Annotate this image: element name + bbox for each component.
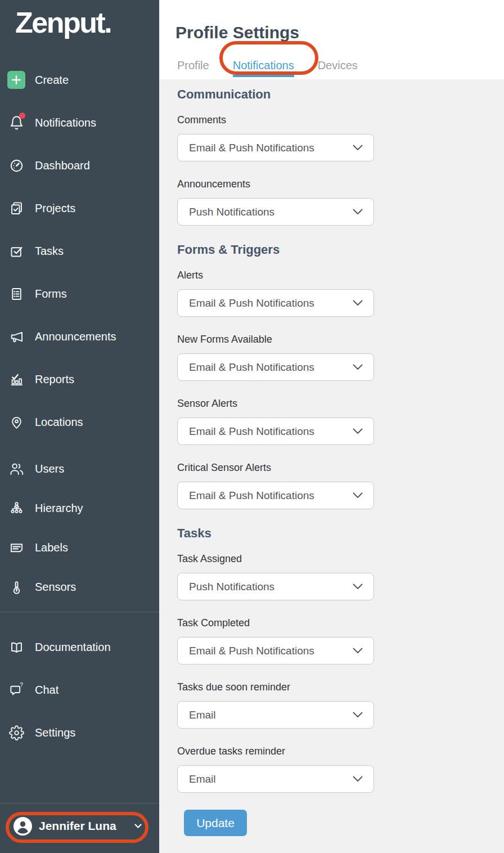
field-label: Tasks due soon reminder (177, 681, 504, 693)
field-sensor-alerts: Sensor Alerts Email & Push Notifications (177, 398, 504, 445)
bell-icon (7, 114, 25, 132)
field-label: Alerts (177, 270, 504, 281)
thermometer-icon (7, 578, 25, 596)
sidebar-item-announcements[interactable]: Announcements (0, 315, 159, 358)
select-announcements[interactable]: Push Notifications (177, 198, 374, 226)
sidebar-item-tasks[interactable]: Tasks (0, 230, 159, 272)
sidebar-nav-support: Documentation ? Chat Se (0, 626, 159, 754)
section-tasks: Tasks Task Assigned Push Notifications T… (177, 526, 504, 793)
sidebar-item-label: Users (35, 463, 64, 475)
chevron-down-icon (353, 492, 363, 499)
field-comments: Comments Email & Push Notifications (177, 114, 504, 161)
sidebar-item-notifications[interactable]: Notifications (0, 101, 159, 144)
field-label: Task Assigned (177, 553, 504, 565)
sidebar-item-label: Sensors (35, 581, 76, 594)
field-overdue-tasks-reminder: Overdue tasks reminder Email (177, 746, 504, 793)
select-value: Email & Push Notifications (189, 361, 314, 374)
tab-profile[interactable]: Profile (177, 59, 209, 77)
page: Zenput. Create Notifications (0, 0, 504, 853)
sidebar-item-create[interactable]: Create (0, 59, 159, 101)
chevron-down-icon (353, 209, 363, 215)
section-forms-triggers: Forms & Triggers Alerts Email & Push Not… (177, 243, 504, 509)
update-button[interactable]: Update (184, 810, 247, 836)
sidebar-item-label: Projects (35, 202, 75, 215)
user-name: Jennifer Luna (39, 819, 116, 833)
chevron-down-icon (353, 364, 363, 370)
field-label: Task Completed (177, 617, 504, 629)
field-new-forms-available: New Forms Available Email & Push Notific… (177, 334, 504, 381)
field-task-assigned: Task Assigned Push Notifications (177, 553, 504, 600)
task-check-icon (7, 242, 25, 260)
projects-icon (7, 199, 25, 217)
field-label: Sensor Alerts (177, 398, 504, 410)
form-document-icon (7, 285, 25, 303)
sidebar-item-label: Dashboard (35, 159, 90, 172)
users-icon (7, 460, 25, 478)
sidebar-item-labels[interactable]: Labels (0, 528, 159, 567)
select-new-forms-available[interactable]: Email & Push Notifications (177, 353, 374, 381)
select-comments[interactable]: Email & Push Notifications (177, 134, 374, 161)
sidebar-item-dashboard[interactable]: Dashboard (0, 144, 159, 187)
chevron-down-icon (353, 712, 363, 718)
sidebar-item-label: Forms (35, 288, 67, 300)
sidebar-item-label: Create (35, 74, 69, 87)
sidebar-item-projects[interactable]: Projects (0, 187, 159, 230)
sidebar-item-label: Reports (35, 373, 74, 386)
sidebar-item-label: Chat (35, 684, 58, 697)
section-heading: Tasks (177, 526, 504, 541)
select-task-assigned[interactable]: Push Notifications (177, 573, 374, 600)
field-announcements: Announcements Push Notifications (177, 178, 504, 226)
select-value: Email & Push Notifications (189, 297, 314, 309)
sidebar-divider (0, 612, 159, 612)
tab-notifications[interactable]: Notifications (233, 59, 294, 77)
select-value: Email (189, 773, 216, 785)
sidebar-item-hierarchy[interactable]: Hierarchy (0, 488, 159, 528)
select-overdue-tasks-reminder[interactable]: Email (177, 765, 374, 793)
select-value: Email & Push Notifications (189, 645, 314, 657)
tab-devices[interactable]: Devices (318, 59, 358, 77)
field-label: New Forms Available (177, 334, 504, 345)
sidebar-item-label: Notifications (35, 116, 96, 129)
sidebar-nav-management: Users Hierarchy (0, 449, 159, 607)
select-value: Email & Push Notifications (189, 142, 314, 154)
book-icon (7, 638, 25, 656)
select-sensor-alerts[interactable]: Email & Push Notifications (177, 417, 374, 445)
field-label: Overdue tasks reminder (177, 746, 504, 757)
select-alerts[interactable]: Email & Push Notifications (177, 289, 374, 317)
select-tasks-due-soon-reminder[interactable]: Email (177, 701, 374, 729)
hierarchy-icon (7, 499, 25, 517)
sidebar-item-forms[interactable]: Forms (0, 272, 159, 315)
notification-badge (19, 113, 25, 119)
gear-icon (7, 724, 25, 742)
select-task-completed[interactable]: Email & Push Notifications (177, 637, 374, 665)
chevron-down-icon (353, 583, 363, 590)
map-pin-icon (7, 413, 25, 431)
sidebar-item-chat[interactable]: ? Chat (0, 668, 159, 711)
main-panel: Profile Settings Profile Notifications D… (159, 0, 504, 853)
select-value: Push Notifications (189, 581, 274, 593)
chevron-down-icon (134, 824, 142, 829)
sidebar-item-documentation[interactable]: Documentation (0, 626, 159, 668)
field-task-completed: Task Completed Email & Push Notification… (177, 617, 504, 665)
sidebar-item-reports[interactable]: Reports (0, 358, 159, 401)
tab-bar: Profile Notifications Devices (177, 59, 504, 77)
sidebar-item-label: Announcements (35, 330, 116, 343)
megaphone-icon (7, 327, 25, 345)
field-label: Announcements (177, 178, 504, 190)
sidebar-item-label: Documentation (35, 641, 111, 654)
sidebar-item-settings[interactable]: Settings (0, 711, 159, 754)
chat-icon: ? (7, 681, 25, 699)
sidebar-item-label: Labels (35, 541, 68, 554)
user-menu[interactable]: Jennifer Luna (0, 806, 159, 846)
zenput-logo: Zenput. (15, 6, 111, 39)
sidebar-item-sensors[interactable]: Sensors (0, 567, 159, 607)
sidebar: Zenput. Create Notifications (0, 0, 159, 853)
select-value: Email & Push Notifications (189, 490, 314, 502)
section-heading: Forms & Triggers (177, 243, 504, 257)
chevron-down-icon (353, 776, 363, 782)
select-critical-sensor-alerts[interactable]: Email & Push Notifications (177, 482, 374, 509)
sidebar-item-locations[interactable]: Locations (0, 401, 159, 443)
chevron-down-icon (353, 648, 363, 654)
sidebar-item-users[interactable]: Users (0, 449, 159, 488)
select-value: Email (189, 709, 216, 721)
